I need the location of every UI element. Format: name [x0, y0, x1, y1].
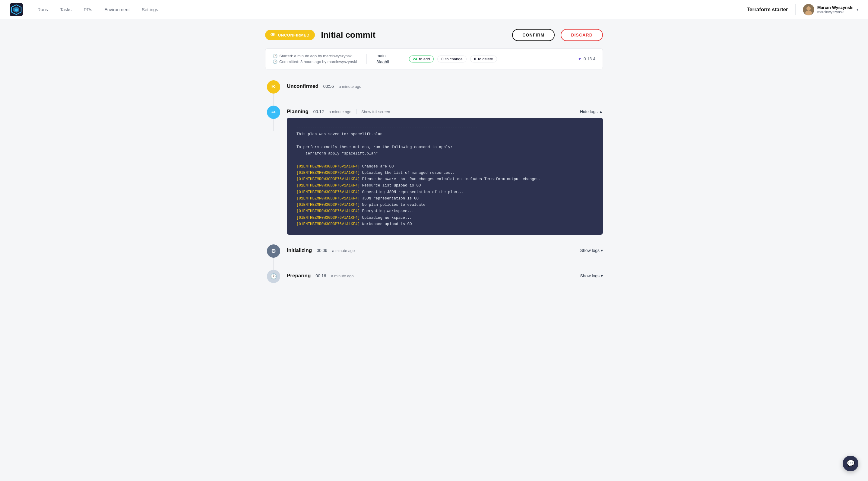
status-label: UNCONFIRMED: [278, 33, 310, 37]
timeline-left-0: 👁: [265, 80, 282, 106]
step-content-planning: Planning 00:12 a minute ago Show full sc…: [282, 106, 603, 244]
delete-count: 0: [474, 57, 476, 61]
timeline-left-2: ⚙: [265, 244, 282, 270]
timeline-item-initializing: ⚙ Initializing 00:06 a minute ago Show l…: [265, 244, 603, 270]
nav-environment[interactable]: Environment: [104, 7, 130, 12]
committed-time: 🕐 Committed: 3 hours ago by marcinwyszyn…: [273, 59, 357, 64]
svg-point-5: [806, 6, 811, 10]
main-content: 👁 UNCONFIRMED Initial commit CONFIRM DIS…: [253, 19, 615, 299]
log-id-4: [01ENTHBZMR0W30D3P76V1A1KF4]: [297, 189, 360, 196]
log-msg-8: Uploading workspace...: [360, 215, 412, 221]
log-id-line-4: [01ENTHBZMR0W30D3P76V1A1KF4] Generating …: [297, 189, 593, 196]
log-id-line-1: [01ENTHBZMR0W30D3P76V1A1KF4] Uploading t…: [297, 170, 593, 176]
started-time: 🕐 Started: a minute ago by marcinwyszyns…: [273, 54, 357, 58]
log-msg-7: Encrypting workspace...: [360, 208, 414, 215]
log-msg-4: Generating JSON representation of the pl…: [360, 189, 464, 196]
app-logo[interactable]: [10, 3, 23, 16]
log-text-0: This plan was saved to: spacelift.plan: [297, 131, 382, 138]
started-label: Started: a minute ago by marcinwyszynski: [279, 54, 352, 58]
delete-label: to delete: [478, 57, 493, 61]
hide-logs-toggle[interactable]: Hide logs ▲: [580, 109, 603, 114]
clock-icon-2: 🕐: [273, 59, 277, 64]
add-count: 24: [413, 57, 417, 61]
log-line-0: This plan was saved to: spacelift.plan: [297, 131, 593, 138]
run-title: Initial commit: [321, 30, 506, 40]
timeline-item-preparing: 🕐 Preparing 00:16 a minute ago Show logs…: [265, 270, 603, 289]
timeline-line-2: [273, 258, 274, 270]
log-id-line-0: [01ENTHBZMR0W30D3P76V1A1KF4] Changes are…: [297, 163, 593, 170]
confirm-button[interactable]: CONFIRM: [512, 29, 555, 41]
user-name: Marcin Wyszynski: [817, 5, 854, 10]
log-msg-6: No plan policies to evaluate: [360, 202, 426, 208]
nav-tasks[interactable]: Tasks: [60, 7, 71, 12]
step-duration-unconfirmed: 00:56: [323, 84, 334, 89]
step-divider-planning: [356, 109, 356, 114]
version-number: 0.13.4: [584, 56, 595, 61]
change-count: 0: [441, 57, 443, 61]
show-logs-toggle-init[interactable]: Show logs ▾: [580, 248, 603, 253]
run-header: 👁 UNCONFIRMED Initial commit CONFIRM DIS…: [265, 29, 603, 41]
eye-icon: 👁: [271, 32, 276, 38]
log-id-line-2: [01ENTHBZMR0W30D3P76V1A1KF4] Please be a…: [297, 176, 593, 183]
log-id-line-5: [01ENTHBZMR0W30D3P76V1A1KF4] JSON repres…: [297, 196, 593, 202]
log-text-2: terraform apply "spacelift.plan": [297, 151, 378, 157]
show-fullscreen-link[interactable]: Show full screen: [361, 110, 390, 114]
timeline: 👁 Unconfirmed 00:56 a minute ago ✏ Plann…: [265, 80, 603, 289]
meta-version: ▼ 0.13.4: [578, 56, 595, 61]
run-meta: 🕐 Started: a minute ago by marcinwyszyns…: [265, 48, 603, 69]
nav-right: Terraform starter Marcin Wyszynski marci…: [747, 4, 858, 16]
log-id-2: [01ENTHBZMR0W30D3P76V1A1KF4]: [297, 176, 360, 183]
log-line-blank2: [297, 157, 593, 163]
step-duration-planning: 00:12: [313, 109, 324, 114]
timeline-left-1: ✏: [265, 106, 282, 131]
log-id-line-7: [01ENTHBZMR0W30D3P76V1A1KF4] Encrypting …: [297, 208, 593, 215]
change-label: to change: [445, 57, 463, 61]
log-id-3: [01ENTHBZMR0W30D3P76V1A1KF4]: [297, 183, 360, 189]
step-time-initializing: a minute ago: [332, 248, 355, 253]
log-id-line-8: [01ENTHBZMR0W30D3P76V1A1KF4] Uploading w…: [297, 215, 593, 221]
status-badge: 👁 UNCONFIRMED: [265, 30, 315, 40]
meta-branch: main 3faabff: [367, 53, 399, 64]
log-id-5: [01ENTHBZMR0W30D3P76V1A1KF4]: [297, 196, 360, 202]
step-header-preparing: Preparing 00:16 a minute ago Show logs ▾: [287, 270, 603, 282]
user-menu[interactable]: Marcin Wyszynski marcinwyszynski ▾: [803, 4, 858, 16]
commit-hash: 3faabff: [376, 59, 390, 64]
step-icon-preparing: 🕐: [267, 270, 280, 283]
log-msg-0: Changes are GO: [360, 163, 394, 170]
delete-badge: 0 to delete: [470, 56, 497, 62]
log-separator-line: ----------------------------------------…: [297, 125, 593, 131]
nav-prs[interactable]: PRs: [84, 7, 92, 12]
add-label: to add: [419, 57, 430, 61]
step-header-planning: Planning 00:12 a minute ago Show full sc…: [287, 106, 603, 118]
timeline-item-planning: ✏ Planning 00:12 a minute ago Show full …: [265, 106, 603, 244]
step-duration-preparing: 00:16: [315, 273, 326, 278]
show-logs-toggle-prep[interactable]: Show logs ▾: [580, 273, 603, 278]
step-time-preparing: a minute ago: [331, 274, 353, 278]
log-id-1: [01ENTHBZMR0W30D3P76V1A1KF4]: [297, 170, 360, 176]
meta-times: 🕐 Started: a minute ago by marcinwyszyns…: [273, 54, 367, 64]
log-msg-2: Please be aware that Run changes calcula…: [360, 176, 541, 183]
avatar: [803, 4, 814, 16]
log-id-7: [01ENTHBZMR0W30D3P76V1A1KF4]: [297, 208, 360, 215]
log-id-line-9: [01ENTHBZMR0W30D3P76V1A1KF4] Workspace u…: [297, 221, 593, 228]
stack-name: Terraform starter: [747, 7, 788, 13]
add-badge: 24 to add: [409, 56, 434, 62]
log-id-6: [01ENTHBZMR0W30D3P76V1A1KF4]: [297, 202, 360, 208]
user-handle: marcinwyszynski: [817, 10, 854, 14]
nav-links: Runs Tasks PRs Environment Settings: [37, 7, 747, 12]
log-msg-3: Resource list upload is GO: [360, 183, 421, 189]
nav-settings[interactable]: Settings: [142, 7, 158, 12]
step-header-unconfirmed: Unconfirmed 00:56 a minute ago: [287, 80, 603, 92]
step-time-unconfirmed: a minute ago: [339, 84, 361, 89]
step-icon-initializing: ⚙: [267, 244, 280, 258]
meta-changes: 24 to add 0 to change 0 to delete: [399, 56, 507, 62]
log-line-2: terraform apply "spacelift.plan": [297, 151, 593, 157]
discard-button[interactable]: DISCARD: [561, 29, 603, 41]
step-duration-initializing: 00:06: [317, 248, 327, 253]
log-msg-1: Uploading the list of managed resources.…: [360, 170, 457, 176]
nav-runs[interactable]: Runs: [37, 7, 48, 12]
chat-button[interactable]: 💬: [843, 456, 858, 471]
log-text-1: To perform exactly these actions, run th…: [297, 144, 453, 151]
log-id-line-6: [01ENTHBZMR0W30D3P76V1A1KF4] No plan pol…: [297, 202, 593, 208]
step-name-planning: Planning: [287, 109, 309, 115]
